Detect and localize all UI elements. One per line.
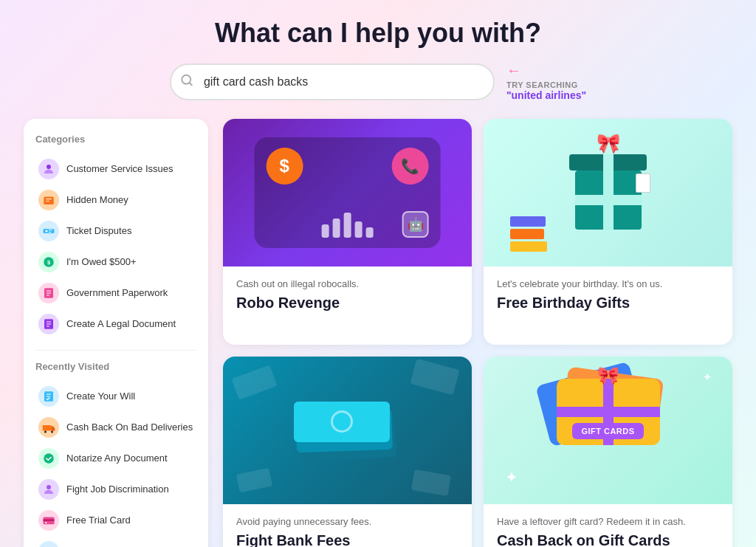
header-section: What can I help you with? ← TRY SEARCHIN… [24, 18, 732, 101]
sidebar-item-fight-discrimination[interactable]: Fight Job Discrimination [35, 474, 196, 505]
svg-point-14 [44, 453, 54, 464]
try-label: TRY SEARCHING [506, 80, 578, 89]
try-value: "united airlines" [506, 89, 586, 101]
sidebar-item-free-trial[interactable]: Free Trial Card [35, 505, 196, 536]
card-gift-cards[interactable]: GIFT CARDS 🎀 ✦ ✦ Have a leftover gift ca… [484, 357, 732, 548]
svg-point-12 [44, 431, 47, 433]
svg-point-2 [47, 165, 51, 169]
card-robo-subtitle: Cash out on illegal robocalls. [236, 278, 458, 289]
try-searching-block: ← TRY SEARCHING "united airlines" [506, 62, 586, 101]
card-bank-subtitle: Avoid paying unnecessary fees. [236, 516, 458, 527]
sidebar-icon-notarize [38, 448, 59, 469]
card-robo-title: Robo Revenge [236, 294, 458, 312]
search-container [170, 63, 495, 100]
sidebar-item-customer-service2[interactable]: Customer Service Issues [35, 536, 196, 547]
sidebar-label-notarize: Notarize Any Document [66, 453, 168, 465]
search-icon [180, 73, 193, 90]
sidebar-item-owed-money[interactable]: $ I'm Owed $500+ [35, 247, 196, 278]
svg-point-18 [45, 522, 47, 523]
sidebar-label-government: Government Paperwork [66, 287, 168, 300]
content-area: Categories Customer Service Issues Hidde… [24, 119, 732, 547]
sidebar-icon-customer-service [38, 159, 59, 179]
sidebar-icon-customer-service2 [38, 541, 59, 547]
svg-rect-11 [43, 425, 52, 431]
sidebar-label-legal-doc: Create A Legal Document [66, 318, 176, 331]
svg-point-15 [47, 485, 51, 489]
sidebar-item-notarize[interactable]: Notarize Any Document [35, 443, 196, 474]
sidebar-label-free-trial: Free Trial Card [66, 515, 131, 527]
sidebar-icon-owed-money: $ [38, 252, 59, 272]
sidebar-label-customer-service: Customer Service Issues [66, 163, 173, 176]
card-bank-body: Avoid paying unnecessary fees. Fight Ban… [223, 504, 472, 548]
sidebar-label-fight-discrimination: Fight Job Discrimination [66, 484, 169, 496]
card-gift-image: GIFT CARDS 🎀 ✦ ✦ [484, 357, 732, 504]
card-bank-image [223, 357, 472, 504]
sidebar-item-cash-back-deliveries[interactable]: Cash Back On Bad Deliveries [35, 412, 196, 443]
sidebar-divider [35, 350, 196, 351]
card-birthday-body: Let's celebrate your birthday. It's on u… [484, 266, 732, 327]
page-title: What can I help you with? [24, 18, 732, 49]
sidebar-icon-cash-back-deliveries [38, 417, 59, 438]
sidebar-item-customer-service[interactable]: Customer Service Issues [35, 154, 196, 185]
main-grid: $ 📞 🤖 [223, 119, 732, 547]
card-robo-image: $ 📞 🤖 [223, 119, 472, 266]
sidebar-icon-ticket-disputes [38, 221, 59, 241]
card-gift-title: Cash Back on Gift Cards [497, 531, 719, 548]
sidebar-icon-create-will [38, 386, 59, 407]
search-input[interactable] [170, 63, 495, 100]
sidebar-item-create-will[interactable]: Create Your Will [35, 381, 196, 412]
card-birthday-image: 🎀 [484, 119, 732, 266]
sidebar-icon-fight-discrimination [38, 479, 59, 500]
sidebar-icon-free-trial [38, 510, 59, 531]
card-robo-revenge[interactable]: $ 📞 🤖 [223, 119, 472, 345]
card-gift-subtitle: Have a leftover gift card? Redeem it in … [497, 516, 719, 527]
categories-title: Categories [35, 134, 196, 145]
svg-rect-17 [44, 520, 55, 521]
sidebar-label-create-will: Create Your Will [66, 391, 135, 403]
svg-line-1 [189, 82, 191, 84]
card-gift-body: Have a leftover gift card? Redeem it in … [484, 504, 732, 548]
search-row: ← TRY SEARCHING "united airlines" [24, 62, 732, 101]
card-free-birthday[interactable]: 🎀 [484, 119, 732, 345]
svg-rect-4 [44, 229, 55, 233]
svg-point-5 [46, 230, 48, 233]
sidebar-icon-legal-doc [38, 314, 59, 334]
sidebar-icon-government [38, 283, 59, 303]
sidebar-icon-hidden-money [38, 190, 59, 210]
sidebar-item-government[interactable]: Government Paperwork [35, 278, 196, 309]
sidebar-label-owed-money: I'm Owed $500+ [66, 256, 137, 269]
card-birthday-title: Free Birthday Gifts [497, 294, 719, 312]
card-bank-title: Fight Bank Fees [236, 531, 458, 548]
card-robo-body: Cash out on illegal robocalls. Robo Reve… [223, 266, 472, 327]
sidebar-item-hidden-money[interactable]: Hidden Money [35, 185, 196, 216]
recently-visited-title: Recently Visited [35, 361, 196, 372]
svg-point-13 [51, 431, 53, 433]
svg-rect-3 [44, 197, 54, 205]
arrow-icon: ← [506, 62, 521, 79]
card-birthday-subtitle: Let's celebrate your birthday. It's on u… [497, 278, 719, 289]
sidebar: Categories Customer Service Issues Hidde… [24, 119, 208, 547]
sidebar-label-hidden-money: Hidden Money [66, 194, 128, 207]
sidebar-label-ticket-disputes: Ticket Disputes [66, 225, 131, 238]
sidebar-label-cash-back-deliveries: Cash Back On Bad Deliveries [66, 422, 193, 434]
card-fight-bank[interactable]: Avoid paying unnecessary fees. Fight Ban… [223, 357, 472, 548]
sidebar-item-ticket-disputes[interactable]: Ticket Disputes [35, 216, 196, 247]
sidebar-item-legal-doc[interactable]: Create A Legal Document [35, 309, 196, 340]
